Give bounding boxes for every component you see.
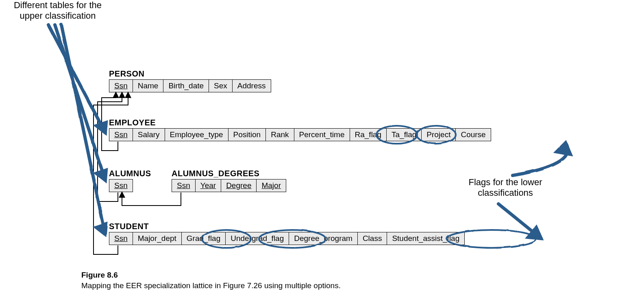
svg-marker-8 [96,170,106,180]
table-title-alumnus-degrees: ALUMNUS_DEGREES [172,169,259,178]
table-cell: Project [422,129,456,141]
table-cell: Percent_time [294,129,350,141]
table-cell: Ssn [109,179,133,192]
table-cell: Ta_flag [387,129,422,141]
svg-line-9 [61,24,105,234]
table-title-alumnus: ALUMNUS [109,169,151,178]
svg-marker-6 [96,122,106,132]
svg-marker-13 [528,227,541,238]
table-employee: SsnSalaryEmployee_typePositionRankPercen… [109,128,491,141]
table-cell: Ssn [109,232,133,245]
table-title-employee: EMPLOYEE [109,118,156,127]
svg-line-12 [498,204,541,238]
table-cell: Address [233,80,271,92]
table-alumnus-degrees: SsnYearDegreeMajor [172,179,286,192]
table-cell: Salary [133,129,165,141]
table-cell: Degree_program [289,232,358,245]
table-cell: Name [133,80,164,92]
table-cell: Grad_flag [182,232,226,245]
table-cell: Degree [221,179,257,192]
figure-caption: Figure 8.6 Mapping the EER specializatio… [81,271,341,290]
overlay-svg [0,0,644,302]
table-student: SsnMajor_deptGrad_flagUndergrad_flagDegr… [109,232,465,245]
figure-caption-title: Figure 8.6 [81,271,341,280]
svg-marker-10 [96,224,106,234]
table-cell: Undergrad_flag [226,232,289,245]
table-cell: Ssn [109,80,133,92]
table-cell: Class [358,232,387,245]
table-cell: Major [257,179,286,192]
table-cell: Position [228,129,266,141]
figure-caption-text: Mapping the EER specialization lattice i… [81,281,341,290]
table-cell: Student_assist_flag [387,232,464,245]
table-cell: Ssn [109,129,133,141]
table-cell: Birth_date [163,80,209,92]
svg-line-5 [48,24,105,132]
annotation-lower: Flags for the lower classifications [459,177,552,199]
annotation-upper: Different tables for the upper classific… [9,0,107,22]
table-title-student: STUDENT [109,222,149,231]
table-cell: Ra_flag [350,129,387,141]
svg-marker-11 [556,142,570,154]
table-cell: Year [196,179,221,192]
table-person: SsnNameBirth_dateSexAddress [109,79,271,92]
table-cell: Employee_type [165,129,228,141]
table-cell: Major_dept [133,232,182,245]
table-cell: Rank [266,129,294,141]
table-cell: Ssn [172,179,196,192]
table-title-person: PERSON [109,69,144,79]
svg-line-7 [54,24,105,180]
table-cell: Course [456,129,490,141]
table-cell: Sex [209,80,233,92]
diagram-stage: Different tables for the upper classific… [0,0,644,302]
table-alumnus: Ssn [109,179,133,192]
